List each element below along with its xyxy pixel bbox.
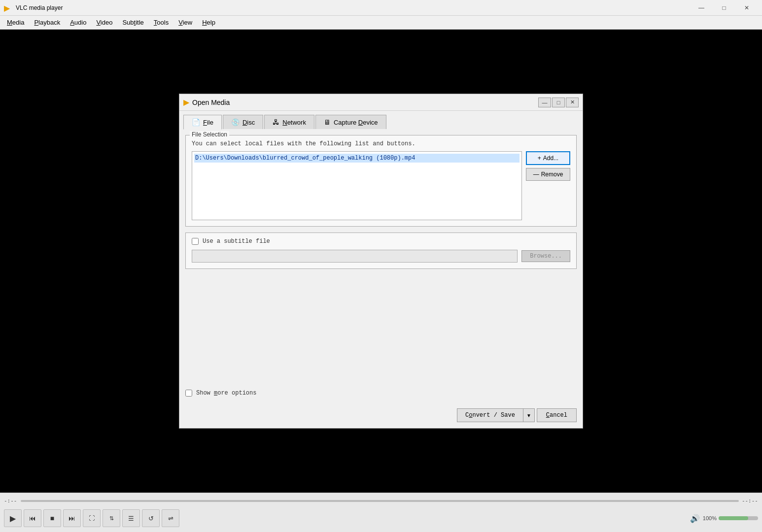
volume-percent: 100%: [702, 515, 717, 521]
tab-file[interactable]: 📄 File: [183, 115, 222, 130]
volume-bar-background: [719, 516, 758, 520]
app-title: VLC media player: [16, 4, 690, 11]
minimize-button[interactable]: —: [690, 0, 713, 16]
file-list-row: D:\Users\Downloads\blurred_crowd_of_peop…: [192, 151, 570, 220]
play-button[interactable]: ▶: [4, 509, 22, 527]
volume-bar[interactable]: [719, 515, 758, 522]
network-tab-icon: 🖧: [273, 118, 279, 126]
subtitle-checkbox[interactable]: [192, 238, 199, 245]
menu-view[interactable]: View: [173, 17, 197, 28]
subtitle-section: Use a subtitle file Browse...: [185, 233, 577, 269]
fullscreen-button[interactable]: ⛶: [83, 509, 101, 527]
dialog-title: Open Media: [192, 99, 538, 106]
dialog-overlay: ▶ Open Media — □ ✕ 📄 File 💿 Disc: [0, 30, 762, 493]
dialog-content: File Selection You can select local file…: [179, 129, 583, 404]
window-controls: — □ ✕: [690, 0, 758, 16]
file-tab-icon: 📄: [192, 118, 200, 126]
remove-label: Remove: [541, 171, 563, 178]
menu-playback[interactable]: Playback: [29, 17, 65, 28]
spacer: [185, 275, 577, 382]
volume-area: 🔊 100%: [690, 514, 758, 523]
next-button[interactable]: ⏭: [63, 509, 81, 527]
app-icon: ▶: [4, 3, 13, 12]
add-label: Add...: [543, 155, 558, 162]
file-list[interactable]: D:\Users\Downloads\blurred_crowd_of_peop…: [192, 151, 522, 220]
dialog-maximize-button[interactable]: □: [552, 98, 565, 107]
main-area: ▶ Open Media — □ ✕ 📄 File 💿 Disc: [0, 30, 762, 493]
show-more-row: Show more options: [185, 388, 577, 399]
tab-capture-label: Capture Device: [334, 119, 378, 126]
convert-save-group: Convert / Save ▼: [457, 408, 535, 422]
prev-button[interactable]: ⏮: [24, 509, 41, 527]
tab-capture-device[interactable]: 🖥 Capture Device: [315, 115, 386, 129]
show-more-label: Show more options: [196, 390, 256, 397]
menu-bar: Media Playback Audio Video Subtitle Tool…: [0, 16, 762, 30]
menu-help[interactable]: Help: [197, 17, 220, 28]
volume-bar-fill: [719, 516, 748, 520]
subtitle-header: Use a subtitle file: [192, 238, 570, 245]
dialog-icon: ▶: [183, 98, 189, 107]
random-button[interactable]: ⇌: [162, 509, 179, 527]
file-action-buttons: + Add... — Remove: [526, 151, 570, 181]
show-more-checkbox[interactable]: [185, 390, 192, 397]
menu-audio[interactable]: Audio: [65, 17, 91, 28]
add-button[interactable]: + Add...: [526, 151, 570, 165]
playlist-button[interactable]: ☰: [122, 509, 140, 527]
extended-button[interactable]: ⇅: [103, 509, 120, 527]
cancel-button[interactable]: Cancel: [537, 408, 577, 422]
menu-tools[interactable]: Tools: [149, 17, 173, 28]
tab-network-label: Network: [282, 119, 306, 126]
volume-icon: 🔊: [690, 514, 700, 523]
remove-button[interactable]: — Remove: [526, 168, 570, 181]
stop-button[interactable]: ■: [43, 509, 61, 527]
seek-bar[interactable]: [21, 500, 739, 502]
time-start: -:--: [4, 498, 18, 504]
menu-video[interactable]: Video: [91, 17, 117, 28]
tab-disc-label: Disc: [242, 119, 255, 126]
browse-button: Browse...: [521, 250, 570, 262]
close-button[interactable]: ✕: [735, 0, 758, 16]
file-list-item[interactable]: D:\Users\Downloads\blurred_crowd_of_peop…: [194, 154, 520, 163]
dialog-close-button[interactable]: ✕: [566, 98, 579, 107]
convert-save-button[interactable]: Convert / Save: [457, 408, 523, 422]
add-icon: +: [538, 155, 541, 162]
title-bar: ▶ VLC media player — □ ✕: [0, 0, 762, 16]
dialog-window-controls: — □ ✕: [538, 98, 579, 107]
tab-file-label: File: [203, 119, 213, 126]
file-selection-group: File Selection You can select local file…: [185, 135, 577, 227]
remove-icon: —: [533, 171, 539, 178]
control-bar: -:-- --:-- ▶ ⏮ ■ ⏭ ⛶ ⇅ ☰ ↺ ⇌ 🔊 100%: [0, 493, 762, 532]
tab-network[interactable]: 🖧 Network: [264, 115, 314, 129]
tab-bar: 📄 File 💿 Disc 🖧 Network 🖥 Capture Device: [179, 111, 583, 129]
dialog-footer: Convert / Save ▼ Cancel: [179, 404, 583, 428]
convert-save-dropdown[interactable]: ▼: [523, 408, 535, 422]
controls-row: ▶ ⏮ ■ ⏭ ⛶ ⇅ ☰ ↺ ⇌ 🔊 100%: [4, 507, 758, 530]
time-end: --:--: [742, 498, 758, 504]
menu-media[interactable]: Media: [2, 17, 29, 28]
subtitle-file-input[interactable]: [192, 250, 518, 263]
seek-bar-row: -:-- --:--: [4, 495, 758, 507]
open-media-dialog: ▶ Open Media — □ ✕ 📄 File 💿 Disc: [179, 94, 583, 429]
subtitle-row: Browse...: [192, 250, 570, 263]
subtitle-checkbox-label: Use a subtitle file: [203, 238, 270, 245]
dialog-minimize-button[interactable]: —: [538, 98, 551, 107]
loop-button[interactable]: ↺: [142, 509, 160, 527]
file-selection-description: You can select local files with the foll…: [192, 140, 570, 147]
maximize-button[interactable]: □: [713, 0, 735, 16]
dialog-title-bar: ▶ Open Media — □ ✕: [179, 94, 583, 111]
disc-tab-icon: 💿: [231, 118, 240, 126]
menu-subtitle[interactable]: Subtitle: [117, 17, 148, 28]
tab-disc[interactable]: 💿 Disc: [223, 115, 263, 129]
file-selection-label: File Selection: [190, 131, 229, 138]
capture-tab-icon: 🖥: [324, 118, 331, 126]
